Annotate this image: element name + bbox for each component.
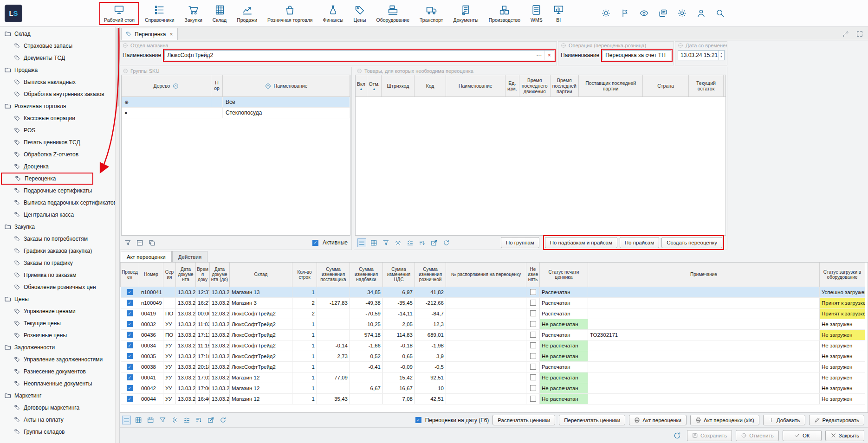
acts-row[interactable]: ✓00038УУ13.03.2420:1813.03.24ЛюксСофтТре… [121,361,865,372]
goods-column-header[interactable]: Страна [643,75,689,96]
clear-field-icon[interactable]: × [544,51,554,60]
grid-icon[interactable] [370,239,378,247]
create-revaluation-button[interactable]: Создать переоценку [661,237,722,248]
funnel-icon[interactable] [124,239,132,247]
goods-column-header[interactable]: Отм.▲ [367,75,382,96]
goods-column-header[interactable]: Время последней партии [551,75,579,96]
edit-icon[interactable] [842,30,849,38]
revaluation-act-button[interactable]: Акт переоценки [629,415,687,425]
feedback-icon[interactable] [658,8,668,18]
goods-column-header[interactable]: Поставщик последней партии [579,75,643,96]
no-change-checkbox[interactable]: ✓ [530,289,536,295]
posted-checkbox[interactable]: ✓ [127,364,133,370]
sidebar-item[interactable]: Задолженности [0,341,115,353]
sidebar-item[interactable]: Договоры маркетинга [0,402,115,414]
topbar-item-documents[interactable]: Документы [449,3,482,24]
expand-node-icon[interactable]: ⊕ [124,99,129,105]
sidebar-item[interactable]: POS [0,124,115,136]
acts-row[interactable]: ✓п10004113.03.2412:3713.03.24Магазин 131… [121,287,865,297]
acts-column-header[interactable]: Номер [139,263,163,287]
topbar-item-finance[interactable]: Финансы [319,3,347,24]
topbar-item-warehouse[interactable]: Склад [209,3,230,24]
tab-revaluation-act[interactable]: Акт переоценки [121,251,172,262]
acts-row[interactable]: ✓п10004913.03.2416:2713.03.24Магазин 32-… [121,297,865,308]
no-change-checkbox[interactable]: ✓ [530,364,536,370]
export-icon[interactable] [207,416,215,424]
goods-column-header[interactable]: Код [415,75,446,96]
sidebar-item[interactable]: Страховые запасы [0,40,115,52]
search-icon[interactable] [715,8,725,18]
sidebar-item[interactable]: Закупка [0,221,115,233]
sidebar-item[interactable]: Заказы по графику [0,257,115,269]
no-change-checkbox[interactable]: ✓ [530,310,536,316]
sidebar-item[interactable]: Управление задолженностями [0,353,115,366]
topbar-item-desktop[interactable]: Рабочий стол [100,3,138,24]
bullet-icon[interactable]: ● [124,110,128,116]
no-change-checkbox[interactable]: ✓ [530,396,536,402]
acts-column-header[interactable]: Дата документа (до) [210,263,230,287]
acts-column-header[interactable]: Сумма изменения надбавки [350,263,383,287]
funnel-icon[interactable] [159,416,167,424]
fullscreen-icon[interactable] [856,30,863,38]
no-change-checkbox[interactable]: ✓ [530,374,536,380]
sidebar-item[interactable]: Разнесение документов [0,366,115,378]
posted-checkbox[interactable]: ✓ [127,385,133,391]
acts-column-header[interactable]: Проведен [121,263,139,287]
checklist-icon[interactable] [183,416,191,424]
lookup-button[interactable]: ⋯ [533,52,544,58]
posted-checkbox[interactable]: ✓ [127,310,133,316]
sidebar-item[interactable]: Кассовые операции [0,112,115,124]
no-change-checkbox[interactable]: ✓ [530,300,536,306]
sku-row[interactable]: ●Стеклопосуда [122,108,350,118]
sidebar-item[interactable]: Продажа [0,64,115,76]
sidebar-item[interactable]: Заказы по потребностям [0,233,115,245]
acts-column-header[interactable]: Сумма изменения поставщика [317,263,350,287]
sidebar-item[interactable]: Дооценка [0,161,115,173]
sidebar-scrollbar[interactable] [115,27,119,443]
sku-row[interactable]: ⊕Все [122,97,350,108]
checklist-icon[interactable] [406,239,414,247]
acts-column-header[interactable]: Дата документа [176,263,196,287]
sidebar-item[interactable]: Маркетинг [0,390,115,402]
sidebar-item[interactable]: Склад [0,28,115,40]
tab-pereocenka[interactable]: Переоценка × [121,28,178,40]
posted-checkbox[interactable]: ✓ [127,353,133,359]
goods-column-header[interactable]: Ед. изм. [505,75,519,96]
collapse-icon[interactable] [123,43,128,48]
by-prices-button[interactable]: По прайсам [620,237,659,248]
app-logo[interactable]: LS [5,5,22,22]
sku-column-tree[interactable]: Дерево [122,75,211,96]
copy-icon[interactable] [148,239,156,247]
gear-icon[interactable] [171,416,179,424]
acts-row[interactable]: ✓00041УУ13.03.2417:0213.03.24Магазин 121… [121,372,865,383]
no-change-checkbox[interactable]: ✓ [530,385,536,391]
refresh-icon[interactable] [673,431,681,440]
collapse-icon[interactable] [356,68,362,74]
posted-checkbox[interactable]: ✓ [127,321,133,327]
goods-column-header[interactable]: Вкл▲ [356,75,367,96]
sku-column-order[interactable]: Пор [211,75,223,96]
active-checkbox[interactable]: ✓ [312,240,318,246]
add-button[interactable]: Добавить [763,415,805,425]
sidebar-item[interactable]: Центральная касса [0,209,115,221]
collapse-icon[interactable] [561,43,566,48]
goods-column-header[interactable]: Штрихкод [382,75,415,96]
settings-icon[interactable] [677,8,687,18]
sidebar-item[interactable]: Подарочные сертификаты [0,185,115,197]
sidebar-item[interactable]: Переоценка [1,173,93,185]
acts-row[interactable]: ✓00419ПО13.03.2400:0012.03.24ЛюксСофтТре… [121,308,865,319]
acts-row[interactable]: ✓00034УУ13.03.2411:1513.03.24ЛюксСофтТре… [121,340,865,351]
refresh-icon[interactable] [442,239,450,247]
posted-checkbox[interactable]: ✓ [127,342,133,348]
acts-column-header[interactable]: Склад [230,263,292,287]
user-icon[interactable] [696,8,706,18]
refresh-icon[interactable] [219,416,227,424]
acts-row[interactable]: ✓00035УУ13.03.2417:1813.03.24ЛюксСофтТре… [121,351,865,361]
close-button[interactable]: Закрыть [825,430,864,441]
sidebar-item[interactable]: Выписка подарочных сертификатов [0,197,115,209]
reprint-tags-button[interactable]: Перепечатать ценники [559,415,625,425]
theme-icon[interactable] [601,8,611,18]
select-list-icon[interactable] [123,416,130,424]
cancel-button[interactable]: Отменить [736,430,779,441]
goods-column-header[interactable]: Наименование [446,75,505,96]
